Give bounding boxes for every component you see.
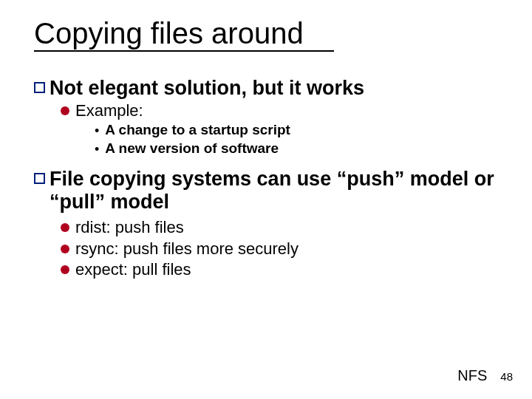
circle-bullet-icon <box>61 265 69 274</box>
bullet-2-sub-3-text: expect: pull files <box>75 260 191 279</box>
bullet-block-1: Not elegant solution, but it works Examp… <box>34 77 498 157</box>
title-underline <box>34 50 334 52</box>
bullet-1-sub-1: Example: <box>61 101 498 120</box>
dot-bullet-icon: • <box>95 124 99 137</box>
slide-title: Copying files around <box>34 18 498 49</box>
slide-footer: NFS 48 <box>457 367 513 384</box>
circle-bullet-icon <box>61 223 69 232</box>
bullet-2: File copying systems can use “push” mode… <box>34 168 498 214</box>
bullet-1-sub-1-item-2-text: A new version of software <box>105 140 279 157</box>
page-number: 48 <box>500 370 513 383</box>
bullet-1-text: Not elegant solution, but it works <box>50 77 364 100</box>
bullet-block-2: File copying systems can use “push” mode… <box>34 168 498 279</box>
bullet-2-sub-1-text: rdist: push files <box>75 218 184 237</box>
bullet-2-sub-1: rdist: push files <box>61 218 498 237</box>
bullet-1-sub-1-item-1-text: A change to a startup script <box>105 122 290 139</box>
square-bullet-icon <box>34 173 45 184</box>
dot-bullet-icon: • <box>95 143 99 156</box>
bullet-2-sub-3: expect: pull files <box>61 260 498 279</box>
square-bullet-icon <box>34 82 45 93</box>
bullet-2-text: File copying systems can use “push” mode… <box>50 168 498 214</box>
bullet-1-sub-1-text: Example: <box>75 101 143 120</box>
bullet-2-sub-2-text: rsync: push files more securely <box>75 239 299 259</box>
bullet-1-sub-1-item-1: • A change to a startup script <box>95 122 498 139</box>
slide-title-wrap: Copying files around <box>34 18 498 52</box>
circle-bullet-icon <box>61 106 69 115</box>
bullet-1: Not elegant solution, but it works <box>34 77 498 100</box>
circle-bullet-icon <box>61 245 69 253</box>
footer-label: NFS <box>457 367 487 384</box>
bullet-2-sub-2: rsync: push files more securely <box>61 239 498 259</box>
bullet-1-sub-1-item-2: • A new version of software <box>95 140 498 157</box>
slide: Copying files around Not elegant solutio… <box>0 0 532 399</box>
